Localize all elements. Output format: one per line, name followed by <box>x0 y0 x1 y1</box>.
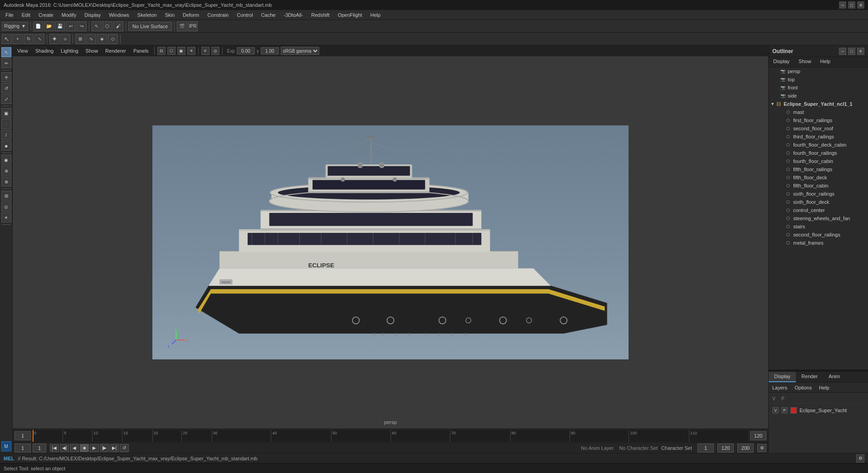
scale-button[interactable]: ⤡ <box>34 34 44 44</box>
anim-tab[interactable]: Anim <box>823 372 845 382</box>
status-settings-button[interactable]: ⚙ <box>856 454 864 463</box>
rotate-button[interactable]: ↻ <box>24 34 34 44</box>
vp-grid-button[interactable]: # <box>201 47 210 55</box>
undo-button[interactable]: ↩ <box>66 21 76 31</box>
menu-modify[interactable]: Modify <box>58 11 80 19</box>
select-tool-button[interactable]: ↖ <box>92 21 102 31</box>
end-frame-field[interactable] <box>717 443 734 453</box>
menu-help[interactable]: Help <box>366 11 384 19</box>
outliner-tab-show[interactable]: Show <box>794 57 816 67</box>
close-button[interactable]: ✕ <box>857 1 864 9</box>
component-select-tool[interactable]: ▣ <box>1 108 11 118</box>
outliner-body[interactable]: 📷 persp 📷 top 📷 front 📷 side <box>769 67 868 370</box>
help-subtab[interactable]: Help <box>817 384 831 391</box>
open-scene-button[interactable]: 📂 <box>44 21 54 31</box>
minimize-button[interactable]: ─ <box>839 1 846 9</box>
paint-tool[interactable]: ✏ <box>1 58 11 68</box>
edge-tool[interactable]: / <box>1 130 11 140</box>
outliner-item-fourth-floor-deck-cabin[interactable]: ⬡ fourth_floor_deck_cabin <box>769 141 868 149</box>
menu-display[interactable]: Display <box>81 11 104 19</box>
paint-tool-button[interactable]: 🖌 <box>113 21 123 31</box>
menu-openflight[interactable]: OpenFlight <box>334 11 366 19</box>
current-frame-input[interactable] <box>15 443 31 453</box>
display-tab[interactable]: Display <box>769 372 796 382</box>
maximize-button[interactable]: □ <box>848 1 855 9</box>
snap-surface-button[interactable]: ◇ <box>108 34 118 44</box>
ipr-button[interactable]: IPR <box>188 21 198 31</box>
vertex-tool[interactable]: · <box>1 119 11 129</box>
outliner-item-first-floor-railings[interactable]: ⬡ first_floor_railings <box>769 116 868 124</box>
menu-constrain[interactable]: Constrain <box>204 11 232 19</box>
move-tool[interactable]: ✛ <box>1 72 11 82</box>
vp-menu-renderer[interactable]: Renderer <box>102 47 129 54</box>
outliner-item-fifth-floor-deck[interactable]: ⬡ fifth_floor_deck <box>769 173 868 182</box>
outliner-item-fourth-floor-railings[interactable]: ⬡ fourth_floor_railings <box>769 149 868 157</box>
menu-redshift[interactable]: Redshift <box>307 11 333 19</box>
vp-exposure-input[interactable] <box>237 47 255 54</box>
outliner-item-second-floor-roof[interactable]: ⬡ second_floor_roof <box>769 124 868 133</box>
menu-edit[interactable]: Edit <box>18 11 34 19</box>
vp-textured-button[interactable]: ▣ <box>177 47 185 55</box>
max-frame-field[interactable] <box>737 443 754 453</box>
vp-menu-view[interactable]: View <box>15 47 31 54</box>
step-forward-button[interactable]: |▶ <box>100 444 109 452</box>
outliner-item-front[interactable]: 📷 front <box>769 84 868 92</box>
outliner-maximize-button[interactable]: □ <box>848 48 855 55</box>
layer-p-toggle[interactable]: P <box>781 407 788 414</box>
outliner-item-stairs[interactable]: ⬡ stairs <box>769 222 868 231</box>
outliner-item-third-floor-railings[interactable]: ⬡ third_floor_railings <box>769 133 868 141</box>
outliner-item-mast[interactable]: ⬡ mast <box>769 108 868 116</box>
layer-color-swatch[interactable] <box>790 407 797 414</box>
start-frame-field[interactable] <box>697 443 714 453</box>
render-button[interactable]: 🎬 <box>177 21 187 31</box>
outliner-item-fifth-floor-cabin[interactable]: ⬡ fifth_floor_cabin <box>769 182 868 190</box>
menu-windows[interactable]: Windows <box>105 11 133 19</box>
vp-lit-button[interactable]: ☀ <box>187 47 195 55</box>
select-tool[interactable]: ↖ <box>1 47 11 57</box>
outliner-tab-display[interactable]: Display <box>769 57 794 67</box>
layers-subtab[interactable]: Layers <box>770 384 789 391</box>
soft-select-tool[interactable]: ◉ <box>1 155 11 165</box>
layer-vp-toggle[interactable]: V <box>772 407 779 414</box>
vp-menu-lighting[interactable]: Lighting <box>58 47 81 54</box>
vp-camera-button[interactable]: ◎ <box>211 47 219 55</box>
light-tool[interactable]: ☀ <box>1 212 11 222</box>
stop-button[interactable]: ■ <box>80 444 89 452</box>
layer-row-yacht[interactable]: V P Eclipse_Super_Yacht <box>772 405 864 415</box>
joint-tool[interactable]: ⊕ <box>1 166 11 176</box>
viewport-main[interactable]: View Shading Lighting Show Renderer Pane… <box>13 45 768 429</box>
menu-3dtoall[interactable]: -3DtoAll- <box>280 11 307 19</box>
outliner-item-top[interactable]: 📷 top <box>769 75 868 84</box>
soft-mod-button[interactable]: ⌾ <box>60 34 70 44</box>
outliner-item-yacht-group[interactable]: ▼ ⊟ Eclipse_Super_Yacht_ncl1_1 <box>769 100 868 108</box>
vp-menu-panels[interactable]: Panels <box>131 47 151 54</box>
playback-options-button[interactable]: ⚙ <box>757 444 766 452</box>
redo-button[interactable]: ↪ <box>77 21 87 31</box>
step-back-button[interactable]: ◀| <box>60 444 69 452</box>
vp-gamma-input[interactable] <box>261 47 279 54</box>
outliner-item-fourth-floor-cabin[interactable]: ⬡ fourth_floor_cabin <box>769 157 868 165</box>
vp-colorspace-select[interactable]: sRGB gamma <box>281 47 319 55</box>
render-region-tool[interactable]: ⊞ <box>1 191 11 201</box>
menu-deform[interactable]: Deform <box>179 11 203 19</box>
menu-skeleton[interactable]: Skeleton <box>134 11 161 19</box>
camera-tool[interactable]: ◎ <box>1 202 11 212</box>
translate-button[interactable]: + <box>13 34 23 44</box>
menu-skin[interactable]: Skin <box>161 11 178 19</box>
range-display[interactable] <box>33 443 46 453</box>
frame-start-input[interactable] <box>15 431 31 440</box>
vp-menu-show[interactable]: Show <box>83 47 101 54</box>
snap-point-button[interactable]: ◈ <box>97 34 107 44</box>
outliner-item-fifth-floor-railings[interactable]: ⬡ fifth_floor_railings <box>769 165 868 173</box>
vp-smooth-button[interactable]: ⬡ <box>167 47 176 55</box>
go-end-button[interactable]: ▶| <box>110 444 119 452</box>
outliner-item-sixth-floor-railings[interactable]: ⬡ sixth_floor_railings <box>769 190 868 198</box>
go-start-button[interactable]: |◀ <box>50 444 59 452</box>
outliner-item-sixth-floor-deck[interactable]: ⬡ sixth_floor_deck <box>769 198 868 206</box>
lasso-tool-button[interactable]: ⬡ <box>102 21 112 31</box>
vp-wireframe-button[interactable]: ⊟ <box>157 47 166 55</box>
universal-manip-button[interactable]: ✚ <box>49 34 59 44</box>
snap-curve-button[interactable]: ∿ <box>86 34 96 44</box>
outliner-item-persp[interactable]: 📷 persp <box>769 67 868 75</box>
select-arrow-button[interactable]: ↖ <box>2 34 12 44</box>
